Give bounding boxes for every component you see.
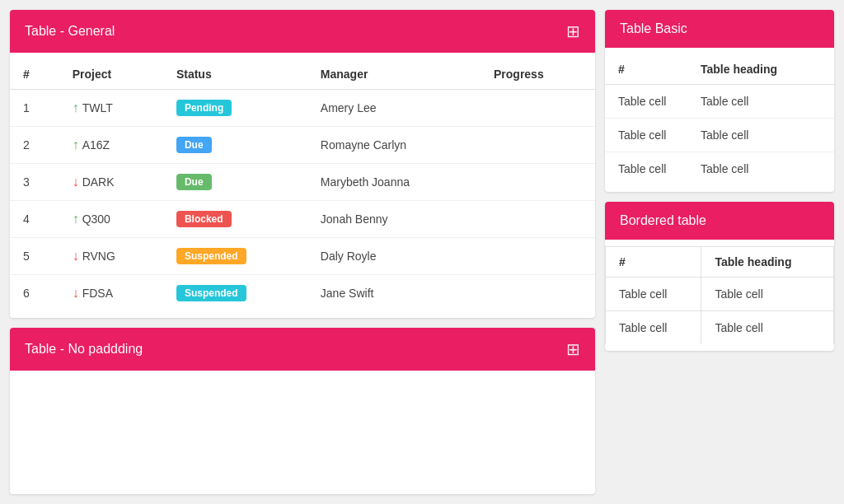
project-name: RVNG (82, 250, 115, 263)
cell-2: Table cell (701, 311, 834, 345)
arrow-up-icon: ↑ (73, 138, 79, 152)
general-table-container: # Project Status Manager Progress 1 ↑ TW… (10, 53, 595, 318)
cell-2: Table cell (687, 152, 834, 186)
basic-col-heading: Table heading (687, 54, 834, 85)
arrow-down-icon: ↓ (73, 175, 79, 189)
cell-project: ↑ Q300 (59, 201, 163, 238)
status-badge: Due (176, 174, 212, 190)
bordered-table: # Table heading Table cell Table cell Ta… (605, 246, 834, 344)
status-badge: Due (176, 137, 212, 153)
cell-manager: Amery Lee (307, 90, 481, 127)
status-badge: Pending (176, 100, 232, 116)
bordered-table-title: Bordered table (620, 213, 706, 228)
basic-table-title: Table Basic (620, 21, 687, 36)
cell-progress (481, 164, 595, 201)
cell-manager: Marybeth Joanna (307, 164, 481, 201)
cell-project: ↑ TWLT (59, 90, 163, 127)
table-row: 2 ↑ A16Z Due Romayne Carlyn (10, 127, 595, 164)
bordered-table-header-row: # Table heading (606, 247, 834, 278)
cell-1: Table cell (606, 311, 701, 345)
cell-num: 3 (10, 164, 59, 201)
general-table-card: Table - General ⊞ # Project Status Manag… (10, 10, 595, 318)
basic-table-container: # Table heading Table cell Table cell Ta… (605, 48, 834, 192)
cell-status: Suspended (163, 238, 307, 275)
bordered-table-card: Bordered table # Table heading Table cel… (605, 202, 834, 351)
project-name: DARK (82, 175, 115, 189)
cell-2: Table cell (701, 278, 834, 311)
col-progress: Progress (481, 59, 595, 90)
col-num: # (10, 59, 59, 90)
basic-table-header: Table Basic (605, 10, 834, 48)
status-badge: Blocked (176, 211, 232, 227)
arrow-down-icon: ↓ (73, 286, 79, 301)
arrow-down-icon: ↓ (73, 249, 79, 264)
no-padding-table-title: Table - No paddding (25, 342, 143, 357)
cell-num: 2 (10, 127, 59, 164)
project-name: Q300 (82, 212, 110, 226)
cell-progress (481, 127, 595, 164)
table-row: 3 ↓ DARK Due Marybeth Joanna (10, 164, 595, 201)
cell-1: Table cell (605, 152, 687, 186)
arrow-up-icon: ↑ (73, 212, 79, 226)
cell-project: ↓ RVNG (59, 238, 163, 275)
project-name: A16Z (82, 138, 110, 152)
table-row: Table cell Table cell (606, 311, 834, 345)
general-table: # Project Status Manager Progress 1 ↑ TW… (10, 59, 595, 311)
cell-progress (481, 238, 595, 275)
cell-num: 6 (10, 275, 59, 312)
no-padding-table-header: Table - No paddding ⊞ (10, 328, 595, 371)
basic-col-num: # (605, 54, 687, 85)
grid-icon: ⊞ (566, 21, 580, 41)
bordered-col-num: # (606, 247, 701, 278)
table-row: Table cell Table cell (605, 85, 834, 119)
cell-num: 1 (10, 90, 59, 127)
cell-manager: Jonah Benny (307, 201, 481, 238)
basic-table-header-row: # Table heading (605, 54, 834, 85)
cell-1: Table cell (605, 85, 687, 119)
cell-progress (481, 201, 595, 238)
cell-project: ↓ DARK (59, 164, 163, 201)
cell-status: Due (163, 164, 307, 201)
cell-manager: Jane Swift (307, 275, 481, 312)
status-badge: Suspended (176, 285, 246, 301)
cell-2: Table cell (687, 85, 834, 119)
bordered-col-heading: Table heading (701, 247, 834, 278)
table-row: 5 ↓ RVNG Suspended Daly Royle (10, 238, 595, 275)
cell-progress (481, 275, 595, 312)
cell-manager: Romayne Carlyn (307, 127, 481, 164)
status-badge: Suspended (176, 248, 246, 264)
project-name: FDSA (82, 287, 113, 300)
table-row: 6 ↓ FDSA Suspended Jane Swift (10, 275, 595, 312)
cell-project: ↑ A16Z (59, 127, 163, 164)
cell-status: Suspended (163, 275, 307, 312)
cell-num: 4 (10, 201, 59, 238)
basic-table: # Table heading Table cell Table cell Ta… (605, 54, 834, 185)
table-row: Table cell Table cell (605, 119, 834, 152)
bordered-table-container: # Table heading Table cell Table cell Ta… (605, 240, 834, 351)
cell-2: Table cell (687, 119, 834, 152)
basic-table-card: Table Basic # Table heading Table cell T… (605, 10, 834, 192)
no-padding-table-card: Table - No paddding ⊞ (10, 328, 595, 494)
cell-1: Table cell (606, 278, 701, 311)
general-table-header: Table - General ⊞ (10, 10, 595, 53)
col-status: Status (163, 59, 307, 90)
project-name: TWLT (82, 101, 113, 114)
col-project: Project (59, 59, 163, 90)
general-table-header-row: # Project Status Manager Progress (10, 59, 595, 90)
cell-status: Blocked (163, 201, 307, 238)
cell-status: Pending (163, 90, 307, 127)
cell-1: Table cell (605, 119, 687, 152)
cell-progress (481, 90, 595, 127)
cell-project: ↓ FDSA (59, 275, 163, 312)
table-row: Table cell Table cell (606, 278, 834, 311)
left-column: Table - General ⊞ # Project Status Manag… (10, 10, 595, 494)
general-table-title: Table - General (25, 24, 115, 39)
cell-manager: Daly Royle (307, 238, 481, 275)
table-row: Table cell Table cell (605, 152, 834, 186)
cell-num: 5 (10, 238, 59, 275)
col-manager: Manager (307, 59, 481, 90)
no-padding-grid-icon: ⊞ (566, 339, 580, 359)
right-column: Table Basic # Table heading Table cell T… (605, 10, 834, 494)
cell-status: Due (163, 127, 307, 164)
table-row: 1 ↑ TWLT Pending Amery Lee (10, 90, 595, 127)
